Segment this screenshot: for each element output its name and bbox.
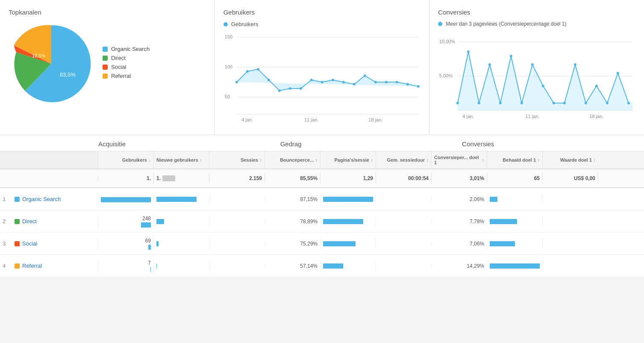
cell-channel-2: 3 Social — [0, 238, 98, 249]
cell-waarde-2 — [543, 241, 598, 246]
gedrag-header: Gedrag — [280, 140, 462, 149]
cell-conv-3: 14,29% — [432, 260, 487, 272]
th-paginas[interactable]: Pagina's/sessie ↕ — [321, 151, 376, 169]
behaald-bar-2 — [490, 241, 515, 246]
gebruikers-bar-1 — [141, 222, 151, 228]
legend-direct: Direct — [103, 55, 150, 61]
channel-dot-1 — [15, 219, 20, 224]
total-row: 1. 1. 2.159 85,55% 1,29 00:00:54 3,01% 6… — [0, 169, 644, 188]
total-behaald: 65 — [487, 173, 543, 184]
section-headers: Acquisitie Gedrag Conversies — [0, 135, 644, 151]
conversies-dot — [438, 22, 442, 26]
row-num-1: 2 — [3, 218, 10, 225]
svg-point-38 — [595, 85, 598, 87]
cell-waarde-1 — [543, 219, 598, 224]
cell-behaald-3 — [487, 261, 543, 271]
cell-paginas-2 — [321, 239, 376, 249]
topkanalen-panel: Topkanalen 83,5% 12,6% Organic Search — [0, 0, 215, 135]
conv-y-5: 5,00% — [439, 73, 453, 78]
total-conv: 3,01% — [432, 173, 487, 184]
cell-paginas-1 — [321, 216, 376, 227]
svg-point-41 — [627, 102, 630, 104]
gebruikers-bar-3 — [150, 267, 151, 272]
svg-point-27 — [478, 102, 480, 104]
channel-link-0[interactable]: Organic Search — [22, 196, 61, 202]
conversies-panel: Conversies Meer dan 3 pageviews (Convers… — [429, 0, 644, 135]
table-row: 3 Social 69 75,29% 7,06% — [0, 233, 644, 255]
cell-bounce-1: 78,89% — [265, 216, 321, 227]
pie-chart: 83,5% 12,6% — [9, 21, 94, 106]
sort-icon-gebruikers: ↓ — [149, 158, 151, 163]
channel-link-1[interactable]: Direct — [22, 218, 37, 225]
legend-label-referral: Referral — [111, 73, 131, 79]
svg-point-5 — [246, 70, 249, 73]
sort-icon-waarde: ↕ — [594, 158, 596, 163]
th-bounce[interactable]: Bounceperce... ↕ — [265, 151, 321, 169]
pie-label-12: 12,6% — [32, 53, 45, 58]
svg-point-10 — [300, 87, 302, 90]
cell-channel-3: 4 Referral — [0, 260, 98, 272]
sort-icon-nieuwe: ↕ — [200, 158, 202, 163]
th-behaald[interactable]: Behaald doel 1 ↕ — [487, 151, 543, 169]
gebruikers-bar-2 — [148, 245, 151, 250]
svg-point-15 — [353, 83, 356, 86]
sort-icon-bounce: ↕ — [315, 158, 318, 163]
acquisitie-header: Acquisitie — [98, 140, 280, 149]
total-bounce: 85,55% — [265, 173, 321, 184]
conversies-title: Conversies — [438, 9, 635, 16]
th-gem[interactable]: Gem. sessieduur ↕ — [376, 151, 432, 169]
legend-organic: Organic Search — [103, 46, 150, 52]
svg-point-14 — [342, 81, 345, 83]
cell-gem-0 — [376, 197, 432, 202]
behaald-bar-3 — [490, 263, 540, 269]
sort-icon-paginas: ↕ — [371, 158, 373, 163]
cell-conv-1: 7,78% — [432, 216, 487, 227]
channel-link-2[interactable]: Social — [22, 240, 37, 247]
svg-point-8 — [278, 89, 281, 92]
sort-icon-sessies: ↕ — [260, 158, 262, 163]
conv-x-4jan: 4 jan. — [463, 114, 474, 119]
cell-sessies-0 — [209, 197, 265, 202]
svg-point-29 — [499, 102, 502, 104]
cell-waarde-0 — [543, 197, 598, 202]
legend-label-social: Social — [111, 64, 126, 70]
gebruikers-chart: 150 100 50 — [223, 31, 421, 125]
th-gebruikers[interactable]: Gebruikers ↓ — [98, 151, 154, 169]
cell-gem-3 — [376, 263, 432, 269]
cell-gem-2 — [376, 241, 432, 246]
y-label-150: 150 — [225, 34, 232, 39]
th-nieuwe[interactable]: Nieuwe gebruikers ↕ — [154, 151, 209, 169]
sort-icon-behaald: ↕ — [538, 158, 540, 163]
table-row: 4 Referral 7 57,14% 14,29% — [0, 255, 644, 277]
total-waarde: US$ 0,00 — [543, 173, 598, 184]
cell-nieuwe-3 — [154, 261, 209, 271]
y-label-100: 100 — [225, 64, 232, 69]
gebruikers-chart-label: Gebruikers — [223, 21, 421, 27]
row-num-0: 1 — [3, 196, 10, 202]
cell-sessies-1 — [209, 219, 265, 224]
cell-nieuwe-2 — [154, 239, 209, 249]
channel-dot-2 — [15, 241, 20, 246]
svg-point-30 — [510, 55, 512, 57]
svg-point-16 — [364, 74, 366, 77]
svg-point-31 — [520, 102, 523, 104]
cell-bounce-0: 87,15% — [265, 194, 321, 205]
conversies-label: Meer dan 3 pageviews (Conversiepercentag… — [446, 21, 566, 27]
total-nieuwe-bar — [162, 175, 175, 181]
channel-dot-0 — [15, 197, 20, 202]
cell-gem-1 — [376, 219, 432, 224]
cell-paginas-0 — [321, 194, 376, 204]
th-sessies[interactable]: Sessies ↕ — [209, 151, 265, 169]
th-waarde[interactable]: Waarde doel 1 ↕ — [543, 151, 598, 169]
gebruikers-panel: Gebruikers Gebruikers 150 100 50 — [215, 0, 430, 135]
channel-dot-3 — [15, 263, 20, 269]
th-conv[interactable]: Conversieper... doel 1 ↕ — [432, 151, 487, 169]
x-label-4jan: 4 jan. — [241, 117, 253, 122]
svg-point-20 — [406, 83, 409, 86]
topkanalen-title: Topkanalen — [9, 9, 206, 16]
nieuwe-bar-1 — [156, 219, 164, 224]
svg-point-37 — [585, 102, 587, 104]
channel-link-3[interactable]: Referral — [22, 263, 42, 269]
cell-sessies-2 — [209, 241, 265, 246]
cell-behaald-2 — [487, 239, 543, 249]
